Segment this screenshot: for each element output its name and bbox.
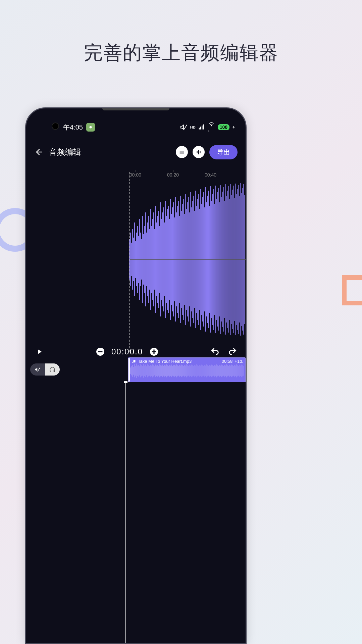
tracks-icon-button[interactable]	[176, 146, 188, 158]
play-button[interactable]	[33, 345, 46, 358]
svg-rect-188	[190, 365, 190, 377]
svg-rect-218	[219, 365, 220, 377]
signal-icon	[198, 124, 205, 131]
svg-rect-200	[202, 364, 202, 377]
svg-rect-161	[162, 364, 163, 377]
svg-rect-168	[169, 365, 170, 377]
promo-title: 完善的掌上音频编辑器	[0, 40, 362, 66]
svg-rect-151	[153, 364, 153, 377]
svg-rect-158	[159, 364, 160, 377]
svg-rect-182	[184, 366, 184, 376]
svg-rect-242	[244, 366, 244, 376]
svg-rect-235	[237, 364, 237, 377]
clip-waveform-graphic	[128, 358, 245, 382]
waveform-icon-button[interactable]	[193, 146, 205, 158]
status-bar: 午4:05 HD 6	[26, 120, 246, 134]
svg-rect-132	[134, 367, 134, 375]
notification-badge-icon	[86, 123, 95, 132]
svg-rect-194	[196, 365, 196, 376]
svg-rect-136	[138, 365, 138, 376]
svg-rect-152	[154, 365, 154, 376]
ruler-tick: 00:40	[205, 172, 216, 178]
svg-rect-148	[150, 366, 150, 376]
svg-rect-156	[158, 365, 158, 377]
svg-rect-123	[98, 351, 102, 352]
zoom-out-button[interactable]	[94, 345, 107, 358]
svg-rect-225	[226, 364, 227, 377]
svg-rect-229	[230, 365, 231, 376]
charging-icon	[232, 125, 236, 130]
svg-rect-130	[132, 366, 132, 375]
battery-indicator: 100	[218, 124, 229, 130]
svg-rect-216	[217, 365, 218, 376]
svg-rect-209	[211, 365, 211, 376]
status-time: 午4:05	[63, 123, 83, 132]
svg-rect-177	[178, 366, 179, 376]
svg-rect-206	[208, 365, 208, 376]
svg-rect-3	[202, 126, 203, 130]
main-waveform[interactable]	[26, 182, 246, 337]
svg-rect-210	[212, 364, 212, 377]
decorative-square	[342, 275, 362, 305]
track-playhead[interactable]	[125, 383, 126, 643]
headphone-toggle[interactable]	[45, 363, 60, 376]
svg-rect-189	[191, 365, 191, 376]
back-button[interactable]	[34, 147, 44, 157]
svg-rect-233	[235, 365, 235, 377]
svg-rect-191	[193, 365, 193, 376]
svg-rect-140	[142, 365, 142, 376]
svg-rect-224	[225, 365, 226, 376]
svg-rect-230	[231, 364, 232, 377]
svg-rect-141	[143, 366, 143, 376]
svg-rect-238	[240, 365, 240, 377]
svg-rect-179	[180, 365, 181, 376]
svg-rect-175	[176, 364, 177, 377]
svg-rect-217	[218, 366, 219, 376]
phone-mockup: 午4:05 HD 6	[25, 107, 247, 644]
mute-toggle[interactable]	[30, 363, 45, 376]
svg-rect-167	[168, 366, 169, 376]
svg-rect-184	[186, 365, 186, 376]
svg-rect-190	[192, 364, 192, 377]
svg-rect-134	[136, 366, 136, 376]
svg-rect-199	[201, 365, 201, 376]
svg-rect-232	[234, 366, 234, 376]
svg-rect-195	[197, 364, 197, 377]
svg-rect-205	[207, 364, 207, 377]
svg-rect-196	[198, 365, 198, 376]
export-button[interactable]: 导出	[209, 145, 238, 159]
timeline-ruler[interactable]: 00:00 00:20 00:40	[26, 172, 246, 182]
svg-rect-169	[170, 365, 171, 376]
svg-rect-150	[152, 365, 152, 376]
undo-button[interactable]	[209, 345, 221, 358]
zoom-in-button[interactable]	[148, 345, 160, 358]
svg-rect-219	[220, 365, 221, 376]
svg-rect-237	[239, 366, 239, 376]
svg-rect-227	[228, 366, 229, 376]
svg-rect-185	[187, 364, 187, 377]
svg-rect-231	[232, 365, 233, 376]
svg-rect-201	[203, 365, 203, 376]
audio-clip[interactable]: Take Me To Your Heart.mp3 00:58 +1d.	[128, 357, 246, 382]
svg-rect-160	[161, 365, 162, 376]
svg-rect-204	[206, 365, 206, 376]
monitor-toggle[interactable]	[30, 363, 60, 376]
svg-rect-223	[224, 365, 225, 377]
ruler-tick: 00:00	[130, 172, 141, 178]
svg-rect-142	[144, 364, 144, 378]
svg-rect-236	[238, 365, 238, 376]
svg-rect-180	[182, 364, 182, 377]
svg-rect-208	[210, 365, 210, 377]
svg-rect-162	[163, 366, 164, 376]
svg-rect-129	[131, 367, 131, 374]
svg-rect-146	[148, 364, 148, 377]
svg-rect-4	[203, 125, 204, 130]
svg-rect-154	[156, 364, 156, 377]
svg-rect-173	[174, 365, 175, 377]
svg-rect-138	[140, 366, 140, 375]
playhead[interactable]	[130, 172, 130, 352]
svg-rect-197	[199, 366, 199, 376]
svg-rect-143	[145, 365, 145, 376]
svg-rect-157	[158, 366, 159, 376]
redo-button[interactable]	[226, 345, 239, 358]
